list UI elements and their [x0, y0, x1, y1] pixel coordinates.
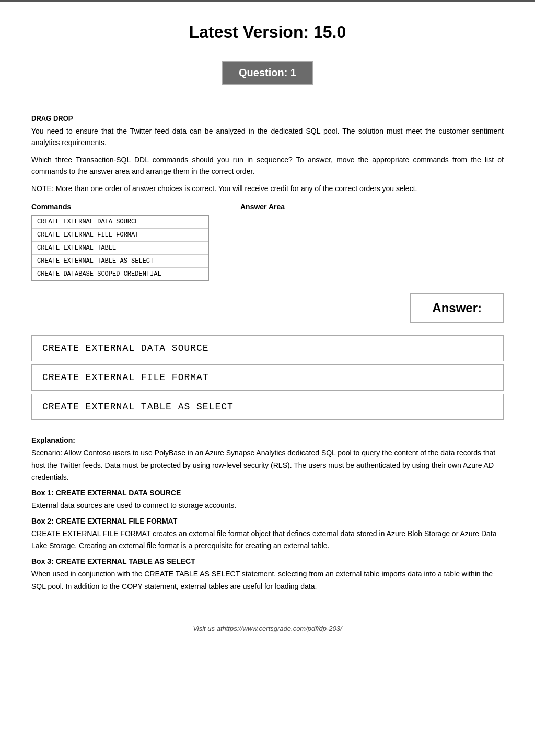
box2-label: Box 2: CREATE EXTERNAL FILE FORMAT — [31, 517, 177, 525]
intro-text-2: Which three Transaction-SQL DDL commands… — [31, 154, 504, 178]
list-item[interactable]: CREATE EXTERNAL TABLE — [32, 242, 208, 255]
answer-area-column: Answer Area — [240, 203, 504, 281]
question-header: Question: 1 — [222, 61, 313, 85]
answer-area-header: Answer Area — [240, 203, 504, 211]
box3-label: Box 3: CREATE EXTERNAL TABLE AS SELECT — [31, 557, 195, 565]
command-list: CREATE EXTERNAL DATA SOURCE CREATE EXTER… — [31, 215, 209, 281]
explanation-section: Explanation: Scenario: Allow Contoso use… — [31, 434, 504, 593]
note-text: NOTE: More than one order of answer choi… — [31, 183, 504, 194]
commands-header: Commands — [31, 203, 209, 211]
box3-text: When used in conjunction with the CREATE… — [31, 568, 504, 593]
scenario-text: Scenario: Allow Contoso users to use Pol… — [31, 447, 504, 484]
explanation-label: Explanation: — [31, 436, 75, 444]
answer-commands: CREATE EXTERNAL DATA SOURCE CREATE EXTER… — [31, 335, 504, 420]
footer-text: Visit us athttps://www.certsgrade.com/pd… — [31, 624, 504, 632]
commands-answer-area: Commands CREATE EXTERNAL DATA SOURCE CRE… — [31, 203, 504, 281]
box1-text: External data sources are used to connec… — [31, 500, 504, 512]
drag-drop-label: DRAG DROP — [31, 114, 504, 122]
answer-box-wrap: Answer: — [31, 293, 504, 323]
page-title: Latest Version: 15.0 — [31, 22, 504, 42]
answer-command-2: CREATE EXTERNAL FILE FORMAT — [31, 364, 504, 391]
answer-command-1: CREATE EXTERNAL DATA SOURCE — [31, 335, 504, 361]
commands-column: Commands CREATE EXTERNAL DATA SOURCE CRE… — [31, 203, 209, 281]
intro-text-1: You need to ensure that the Twitter feed… — [31, 125, 504, 149]
list-item[interactable]: CREATE EXTERNAL DATA SOURCE — [32, 216, 208, 229]
list-item[interactable]: CREATE DATABASE SCOPED CREDENTIAL — [32, 268, 208, 280]
answer-command-3: CREATE EXTERNAL TABLE AS SELECT — [31, 394, 504, 420]
box2-text: CREATE EXTERNAL FILE FORMAT creates an e… — [31, 528, 504, 553]
list-item[interactable]: CREATE EXTERNAL FILE FORMAT — [32, 229, 208, 242]
box1-label: Box 1: CREATE EXTERNAL DATA SOURCE — [31, 489, 181, 497]
list-item[interactable]: CREATE EXTERNAL TABLE AS SELECT — [32, 255, 208, 268]
answer-label: Answer: — [410, 293, 504, 323]
